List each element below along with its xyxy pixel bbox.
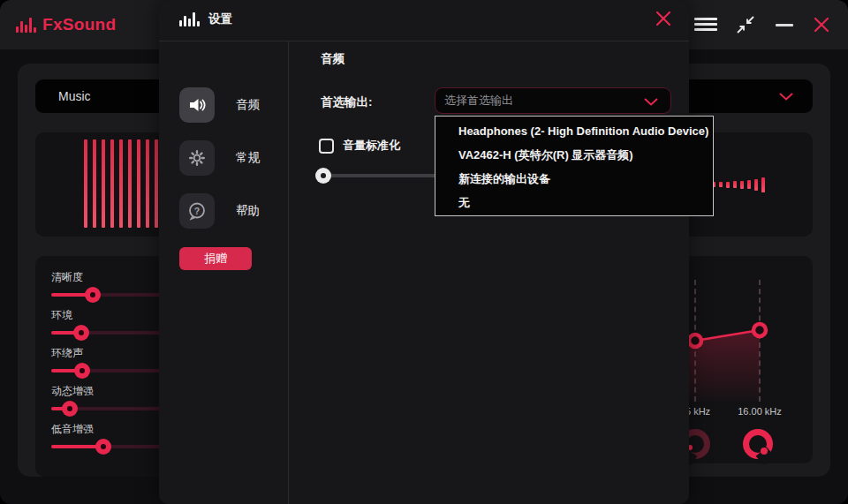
slider-thumb[interactable] — [73, 325, 89, 341]
dialog-sidebar: 音频 常规 ? — [159, 41, 289, 504]
output-option[interactable]: 无 — [435, 191, 713, 214]
volume-slider-thumb[interactable] — [315, 168, 331, 184]
volume-normalize-checkbox[interactable] — [319, 139, 334, 154]
dialog-title: 设置 — [208, 11, 232, 27]
collapse-window-icon[interactable] — [736, 15, 755, 34]
close-window-icon[interactable] — [813, 16, 830, 34]
nav-item-general[interactable]: 常规 — [179, 140, 260, 176]
output-option[interactable]: 新连接的输出设备 — [435, 167, 713, 191]
eq-band-handle[interactable] — [753, 324, 766, 336]
eq-band-handle[interactable] — [689, 335, 701, 347]
eq-gain-knob[interactable] — [743, 429, 773, 459]
slider-thumb[interactable] — [74, 363, 90, 379]
chevron-down-icon — [779, 93, 793, 101]
dialog-close-icon[interactable] — [655, 10, 672, 27]
output-option[interactable]: VA2462-H (英特尔(R) 显示器音频) — [435, 143, 713, 167]
app-window: FxSound Music 清晰度 环境 — [0, 0, 848, 504]
settings-bars-icon — [179, 12, 200, 26]
svg-text:?: ? — [194, 206, 200, 216]
output-options-list: Headphones (2- High Definition Audio Dev… — [435, 116, 714, 216]
slider-thumb[interactable] — [85, 287, 101, 303]
nav-item-help[interactable]: ? 帮助 — [179, 193, 260, 229]
help-icon: ? — [179, 193, 215, 229]
preferred-output-select[interactable]: 选择首选输出 — [435, 87, 671, 114]
preset-label: Music — [58, 79, 91, 113]
slider-thumb[interactable] — [62, 401, 78, 417]
output-option[interactable]: Headphones (2- High Definition Audio Dev… — [435, 119, 713, 143]
section-title: 音频 — [321, 51, 344, 67]
logo-text: FxSound — [42, 15, 116, 34]
preferred-output-label: 首选输出: — [321, 94, 373, 110]
donate-button[interactable]: 捐赠 — [179, 247, 252, 270]
chevron-down-icon — [644, 98, 658, 106]
minimize-icon[interactable] — [776, 24, 793, 26]
eq-freq-label: 16.00 kHz — [724, 406, 795, 417]
logo-bars-icon — [16, 18, 36, 33]
volume-normalize-label: 音量标准化 — [343, 138, 400, 154]
nav-label: 帮助 — [236, 203, 260, 219]
app-logo: FxSound — [16, 15, 116, 34]
nav-item-audio[interactable]: 音频 — [179, 87, 260, 123]
menu-icon[interactable] — [694, 18, 717, 31]
eq-knob-indicator — [761, 448, 768, 455]
nav-label: 音频 — [236, 97, 260, 113]
settings-dialog: 设置 音频 — [159, 0, 689, 504]
slider-thumb[interactable] — [95, 439, 111, 455]
select-placeholder: 选择首选输出 — [444, 88, 513, 112]
gear-icon — [179, 140, 215, 176]
nav-label: 常规 — [236, 150, 260, 166]
spectrum-bars — [84, 139, 158, 228]
dialog-header: 设置 — [159, 0, 689, 41]
spectrum-bars — [712, 132, 765, 237]
speaker-icon — [179, 87, 215, 123]
